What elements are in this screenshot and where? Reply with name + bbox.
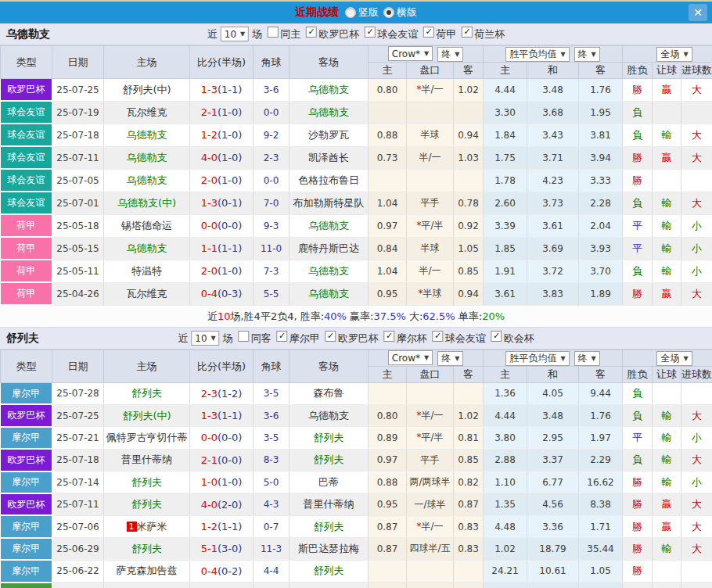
avg-win-odds: 1.35 (484, 493, 527, 515)
league-filter-checkbox[interactable]: ✓ (306, 27, 317, 38)
col-away: 客场 (289, 46, 369, 79)
avg-loss-odds: 9.44 (579, 383, 623, 405)
team-name-text: 舒列夫 (131, 476, 162, 488)
match-row: 摩尔甲25-07-28舒列夫2-3(1-2)3-5森布鲁1.364.059.44… (1, 383, 712, 405)
odds-away: 0.94 (454, 282, 484, 305)
home-team-cell: 舒列夫(中) (104, 79, 190, 102)
fulltime-select[interactable]: 全场▼ (656, 351, 692, 366)
odds-home (369, 169, 407, 192)
avg-draw-odds: 3.73 (527, 192, 579, 214)
avg-type-select[interactable]: 胜平负均值▼ (505, 47, 569, 62)
fulltime-select[interactable]: 全场▼ (656, 47, 692, 62)
avg-type-select[interactable]: 胜平负均值▼ (505, 351, 569, 366)
league-filter-checkbox[interactable]: ✓ (423, 27, 434, 38)
filter-label: 欧罗巴杯 (338, 332, 379, 344)
score-cell: 0-4(0-3) (190, 282, 254, 305)
live-asterisk: * (416, 432, 421, 443)
col-odds-handicap: 盘口 (407, 63, 454, 79)
team-section-sheriff: 舒列夫 近 10▼ 场 同客✓摩尔甲✓欧罗巴杯✓摩尔杯✓球会友谊✓欧会杯 类型 … (0, 328, 712, 588)
odds-handicap (407, 383, 454, 405)
table-header: 类型 日期 主场 比分(半场) 角球 客场 Crow*▼终▼ 胜平负均值▼终▼ … (1, 46, 712, 79)
match-date: 25-07-11 (52, 146, 104, 169)
odds-time-select[interactable]: 终▼ (437, 351, 463, 366)
halftime-score: (1-1) (218, 410, 242, 421)
score-cell: 2-1(0-0) (190, 449, 254, 471)
team-name-text: 瓦尔维克 (127, 106, 167, 118)
league-filter-checkbox[interactable]: ✓ (325, 331, 336, 342)
close-button[interactable]: ✕ (689, 4, 707, 21)
score-cell: 4-0(1-0) (190, 146, 254, 169)
league-filter-checkbox[interactable]: ✓ (462, 27, 473, 38)
result-goals (681, 101, 712, 124)
home-team-cell: 萨克森加告兹 (104, 560, 190, 582)
match-date: 25-07-11 (52, 493, 104, 515)
odds-away: 1.03 (454, 146, 484, 169)
match-count-select[interactable]: 10▼ (221, 27, 249, 41)
league-filter-checkbox[interactable]: ✓ (433, 331, 444, 342)
halftime-score: (1-1) (218, 242, 242, 254)
team-name-text: 乌德勒支 (127, 129, 167, 141)
result-outcome: 負 (623, 404, 653, 426)
corners-cell: 3-5 (254, 383, 289, 405)
result-goals: 小 (681, 214, 712, 237)
halftime-score: (1-1) (218, 84, 242, 95)
odds-time-select[interactable]: 终▼ (437, 47, 463, 62)
filter-label: 荷甲 (436, 28, 456, 40)
col-avg-draw: 和 (527, 63, 579, 79)
halftime-score: (1-0) (218, 265, 242, 277)
odds-away (454, 560, 484, 582)
avg-time-select[interactable]: 终▼ (574, 351, 600, 366)
match-date: 25-05-11 (52, 260, 104, 282)
corners-cell: 3-6 (254, 404, 289, 426)
corners-cell: 5-0 (254, 471, 289, 493)
league-badge: 荷甲 (1, 237, 52, 260)
corners-cell: 7-3 (254, 260, 289, 282)
corners-cell: 7-0 (254, 192, 289, 214)
avg-loss-odds: 3.33 (579, 169, 623, 192)
col-result: 胜负 (623, 63, 653, 79)
result-handicap: 輸 (653, 192, 681, 214)
summary-segment: 20% (482, 310, 505, 322)
halftime-score: (0-3) (218, 288, 242, 299)
result-goals: 大 (681, 79, 712, 102)
version-radio[interactable] (383, 7, 394, 18)
home-team-cell: 锡塔德命运 (104, 214, 190, 237)
league-filter-checkbox[interactable]: ✓ (491, 331, 502, 342)
odds-home: 0.84 (369, 237, 407, 260)
recent-results-panel: 近期战绩 竖版横版 ✕ 乌德勒支 近 10▼ 场 同主✓欧罗巴杯✓球会友谊✓荷甲… (0, 0, 712, 588)
match-count-select[interactable]: 10▼ (191, 331, 219, 346)
odds-handicap: *半球 (407, 282, 454, 305)
score-cell: 1-2(1-0) (190, 124, 254, 146)
avg-time-select[interactable]: 终▼ (574, 47, 600, 62)
result-goals: 大 (681, 404, 712, 426)
fulltime-score: 2-3 (201, 388, 218, 400)
odds-source-select[interactable]: Crow*▼ (388, 46, 433, 61)
fulltime-score: 0-4 (201, 565, 218, 577)
avg-loss-odds: 3.93 (579, 237, 623, 260)
halftime-score: (3-0) (218, 543, 242, 554)
away-team-cell: 乌德勒支 (289, 404, 369, 426)
league-filter-checkbox[interactable]: ✓ (277, 331, 288, 342)
avg-win-odds: 1.91 (484, 260, 527, 282)
team-name-text: 舒列夫 (314, 432, 344, 443)
result-handicap (653, 583, 681, 588)
result-goals: 大 (681, 493, 712, 515)
league-filter-checkbox[interactable]: ✓ (365, 27, 376, 38)
same-side-checkbox[interactable] (268, 27, 279, 38)
avg-win-odds: 4.44 (484, 79, 527, 102)
team-name-text: 布加勒斯特星队 (293, 197, 365, 209)
team-name-text: 乌德勒支(中) (117, 197, 176, 209)
fulltime-score: 1-3 (201, 84, 218, 95)
odds-away: 1.05 (454, 237, 484, 260)
corners-cell: 9-3 (254, 214, 289, 237)
odds-source-select[interactable]: Crow*▼ (388, 350, 433, 365)
league-filter-checkbox[interactable]: ✓ (384, 331, 395, 342)
odds-select-group: Crow*▼终▼ (369, 46, 484, 63)
match-date: 25-07-25 (52, 79, 104, 102)
team-name-text: 鹿特丹斯巴达 (298, 242, 359, 254)
odds-handicap: *半/一 (407, 404, 454, 426)
titlebar: 近期战绩 竖版横版 ✕ (0, 0, 712, 23)
same-side-checkbox[interactable] (239, 331, 250, 342)
match-row: 欧罗巴杯25-07-11舒列夫4-0(2-0)4-3普里什蒂纳0.95一/球半0… (1, 493, 712, 515)
version-radio[interactable] (345, 7, 356, 18)
